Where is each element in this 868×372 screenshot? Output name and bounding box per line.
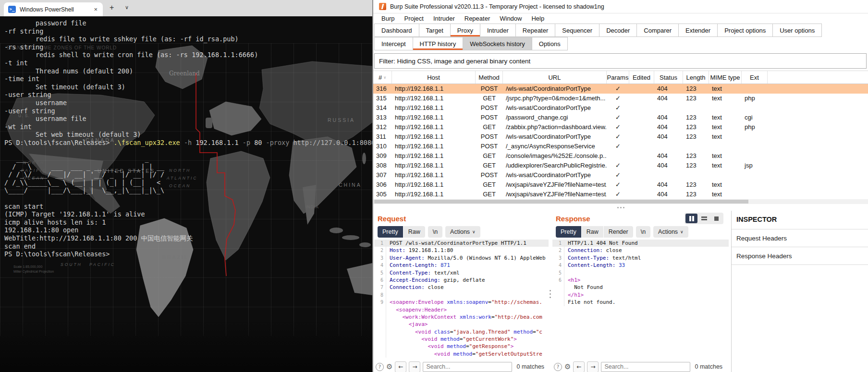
request-search-input[interactable]: [423, 362, 512, 372]
tab-sequencer[interactable]: Sequencer: [555, 24, 599, 37]
table-row[interactable]: 307http://192.168.1.1POST/wls-wsat/Coord…: [373, 170, 868, 180]
menu-intruder[interactable]: Intruder: [428, 15, 460, 22]
tab-intruder[interactable]: Intruder: [480, 24, 516, 37]
subtab-websockets-history[interactable]: WebSockets history: [463, 37, 532, 50]
button-render[interactable]: Render: [604, 226, 633, 238]
powershell-window: >_ Windows PowerShell × + ∨: [0, 0, 372, 372]
next-match-button[interactable]: →: [587, 361, 599, 372]
tab-dropdown-icon[interactable]: ∨: [125, 4, 129, 11]
inspector-item-request-headers[interactable]: Request Headers: [732, 229, 868, 247]
button-raw[interactable]: Raw: [582, 226, 603, 238]
column-header-url[interactable]: URL: [503, 71, 607, 84]
column-header-ext[interactable]: Ext: [742, 71, 768, 84]
gear-icon[interactable]: ⚙: [564, 362, 571, 371]
tab-user-options[interactable]: User options: [772, 24, 822, 37]
single-layout-button[interactable]: [710, 214, 722, 223]
previous-match-button[interactable]: ←: [395, 361, 406, 372]
button-actions[interactable]: Actions∨: [445, 226, 480, 238]
response-editor[interactable]: 1HTTP/1.1 404 Not Found2Connection: clos…: [552, 240, 729, 360]
terminal-text-segment: -user string: [4, 91, 51, 98]
column-header-length[interactable]: Length: [683, 71, 709, 84]
table-row[interactable]: 306http://192.168.1.1GET/wxjsapi/saveYZJ…: [373, 180, 868, 190]
tab-repeater[interactable]: Repeater: [515, 24, 555, 37]
cell-ext: [742, 190, 768, 199]
code-segment: xmlns:work: [456, 313, 491, 321]
table-row[interactable]: 309http://192.168.1.1GET/console/images/…: [373, 151, 868, 161]
column-header-params[interactable]: Params: [607, 71, 629, 84]
tab-proxy[interactable]: Proxy: [450, 24, 480, 37]
code-segment: Content-Length:: [568, 262, 615, 269]
filter-bar[interactable]: Filter: Hiding CSS, image and general bi…: [374, 53, 867, 69]
horizontal-scrollbar[interactable]: [373, 199, 868, 204]
table-row[interactable]: 305http://192.168.1.1GET/wxjsapi/saveYZJ…: [373, 190, 868, 199]
new-tab-button[interactable]: +: [110, 3, 114, 12]
tab-comparer[interactable]: Comparer: [636, 24, 679, 37]
column-header-host[interactable]: Host: [392, 71, 476, 84]
terminal-text-segment: / /_\/____/ __|/ __| '__/ _` |/ __| |/ /: [4, 170, 164, 178]
terminal-body[interactable]: STANDARD TIME ZONES OF THE WORLDGreenlan…: [0, 16, 372, 372]
tab-dashboard[interactable]: Dashboard: [374, 24, 419, 37]
subtab-http-history[interactable]: HTTP history: [413, 37, 464, 50]
column-header-mime-type[interactable]: MIME type: [709, 71, 742, 84]
button-pretty[interactable]: Pretty: [378, 226, 403, 238]
gear-icon[interactable]: ⚙: [386, 362, 392, 371]
subtab-options[interactable]: Options: [532, 37, 568, 50]
terminal-line: scan start: [4, 203, 372, 211]
cell-mime: text: [709, 161, 742, 170]
terminal-line: redis file to write sshkey file (as: -rf…: [4, 35, 372, 43]
terminal-text-segment: 192.168.1.1: [196, 139, 238, 146]
rows-layout-button[interactable]: [698, 214, 710, 223]
help-icon[interactable]: ?: [376, 363, 384, 371]
cell-filler: [768, 142, 868, 151]
column-label: Params: [607, 74, 629, 81]
button-n[interactable]: \n: [636, 226, 650, 238]
panel-splitter[interactable]: [373, 204, 868, 211]
close-tab-icon[interactable]: ×: [93, 6, 98, 13]
menu-help[interactable]: Help: [526, 15, 549, 22]
button-n[interactable]: \n: [428, 226, 442, 238]
line-number: 1: [374, 240, 386, 247]
table-row[interactable]: 313http://192.168.1.1POST/password_chang…: [373, 113, 868, 122]
column-header-status[interactable]: Status: [654, 71, 683, 84]
menu-window[interactable]: Window: [495, 15, 526, 22]
table-row[interactable]: 310http://192.168.1.1POST/_async/AsyncRe…: [373, 142, 868, 151]
code-segment: close: [603, 247, 622, 254]
table-row[interactable]: 314http://192.168.1.1POST/wls-wsat/Coord…: [373, 103, 868, 113]
button-raw[interactable]: Raw: [403, 226, 425, 238]
menu-burp[interactable]: Burp: [377, 15, 399, 22]
menu-project[interactable]: Project: [399, 15, 428, 22]
table-row[interactable]: 312http://192.168.1.1GET/zabbix.php?acti…: [373, 122, 868, 132]
scrollbar-thumb[interactable]: [374, 200, 748, 204]
cell-params: ✓: [607, 113, 629, 122]
column-header-edited[interactable]: Edited: [629, 71, 654, 84]
terminal-tab-windows-powershell[interactable]: >_ Windows PowerShell ×: [4, 2, 103, 16]
columns-layout-button[interactable]: [685, 214, 697, 223]
previous-match-button[interactable]: ←: [573, 361, 585, 372]
cell-id: 308: [373, 161, 392, 170]
request-editor[interactable]: 1POST /wls-wsat/CoordinatorPortType HTTP…: [374, 240, 549, 360]
cell-host: http://192.168.1.1: [392, 170, 476, 180]
inspector-item-response-headers[interactable]: Response Headers: [732, 247, 868, 264]
button-pretty[interactable]: Pretty: [556, 226, 581, 238]
column-header-item[interactable]: #∨: [373, 71, 392, 84]
tab-decoder[interactable]: Decoder: [599, 24, 637, 37]
burp-window-title: Burp Suite Professional v2020.11.3 - Tem…: [390, 3, 604, 10]
line-number: [374, 343, 386, 350]
editor-splitter-handle-icon[interactable]: [550, 290, 551, 298]
tab-extender[interactable]: Extender: [678, 24, 718, 37]
subtab-intercept[interactable]: Intercept: [374, 37, 413, 50]
help-icon[interactable]: ?: [554, 363, 562, 371]
table-row[interactable]: 308http://192.168.1.1GET/uddiexplorer/Se…: [373, 161, 868, 170]
cell-url: /wls-wsat/CoordinatorPortType: [503, 132, 607, 142]
tab-project-options[interactable]: Project options: [717, 24, 773, 37]
table-row[interactable]: 311http://192.168.1.1POST/wls-wsat/Coord…: [373, 132, 868, 142]
button-actions[interactable]: Actions∨: [653, 226, 688, 238]
tab-target[interactable]: Target: [419, 24, 451, 37]
next-match-button[interactable]: →: [409, 361, 420, 372]
response-search-input[interactable]: [601, 362, 690, 372]
table-row[interactable]: 315http://192.168.1.1GET/jsrpc.php?type=…: [373, 94, 868, 103]
menu-repeater[interactable]: Repeater: [460, 15, 495, 22]
column-header-method[interactable]: Method: [476, 71, 503, 84]
code-segment: close: [425, 284, 444, 291]
table-row[interactable]: 316http://192.168.1.1POST/wls-wsat/Coord…: [373, 84, 868, 94]
